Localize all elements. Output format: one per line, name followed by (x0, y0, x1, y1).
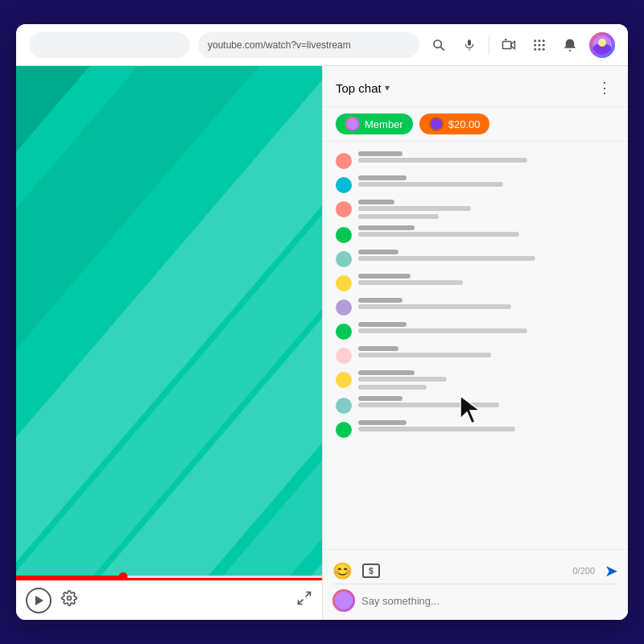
address-bar[interactable]: youtube.com/watch?v=livestream (198, 32, 419, 58)
message-name-bar (358, 298, 402, 303)
message-text-bar (358, 256, 535, 261)
chat-title-area: Top chat ▾ (336, 81, 390, 95)
create-icon[interactable] (497, 34, 520, 56)
message-avatar (336, 275, 352, 291)
bell-icon[interactable] (559, 34, 581, 56)
chat-title: Top chat (336, 81, 382, 95)
char-count: 0/200 (572, 566, 595, 576)
send-button[interactable]: ➤ (605, 561, 618, 580)
search-icon[interactable] (427, 34, 450, 56)
message-content (358, 250, 615, 261)
video-player[interactable] (16, 66, 322, 576)
chat-messages[interactable] (323, 142, 628, 549)
message-name-bar (358, 274, 411, 279)
address-bar-container (29, 32, 190, 58)
browser-toolbar: youtube.com/watch?v=livestream (16, 24, 628, 66)
superchat-label: $20.00 (448, 118, 481, 130)
svg-point-16 (569, 49, 571, 51)
member-label: Member (365, 118, 403, 130)
message-text-bar (358, 304, 511, 309)
message-name-bar (358, 420, 407, 425)
message-content (358, 175, 615, 187)
address-text: youtube.com/watch?v=livestream (208, 39, 351, 51)
message-avatar (336, 153, 352, 169)
message-text-bar (358, 182, 503, 187)
apps-icon[interactable] (528, 34, 551, 56)
chat-toolbar: 😊 $ 0/200 ➤ (332, 556, 618, 580)
svg-rect-4 (503, 41, 512, 48)
svg-point-10 (534, 43, 536, 46)
message-avatar (336, 422, 352, 438)
content-area: Top chat ▾ ⋮ Member (16, 66, 628, 620)
play-icon (35, 596, 43, 605)
svg-rect-2 (468, 39, 471, 45)
video-background (16, 66, 322, 576)
message-content (358, 322, 615, 333)
svg-line-1 (440, 47, 444, 50)
chat-message (323, 393, 628, 417)
svg-point-28 (68, 597, 72, 601)
svg-point-9 (543, 39, 545, 42)
message-avatar (336, 348, 352, 364)
message-text-bar (358, 280, 463, 285)
browser-window: youtube.com/watch?v=livestream (16, 24, 628, 620)
message-text-bar (358, 402, 499, 407)
input-avatar (332, 589, 355, 612)
message-avatar (336, 251, 352, 267)
message-content (358, 420, 615, 431)
chat-input-row (332, 588, 618, 613)
message-name-bar (358, 151, 402, 156)
video-controls (16, 578, 322, 620)
message-name-bar (358, 225, 415, 230)
separator (489, 35, 489, 55)
message-content (358, 370, 615, 390)
chat-message (323, 367, 628, 393)
message-avatar (336, 299, 352, 316)
svg-point-13 (534, 47, 536, 50)
chat-input[interactable] (361, 588, 618, 613)
message-content (358, 225, 615, 237)
user-avatar[interactable] (589, 32, 615, 58)
superchat-button[interactable]: $ (362, 564, 380, 578)
chat-message (323, 172, 628, 196)
message-content (358, 274, 615, 285)
microphone-icon[interactable] (458, 34, 481, 56)
svg-line-30 (299, 600, 303, 605)
message-avatar (336, 372, 352, 388)
svg-point-0 (434, 40, 441, 47)
fullscreen-button[interactable] (296, 590, 312, 610)
video-section (16, 66, 322, 620)
emoji-button[interactable]: 😊 (332, 561, 353, 580)
settings-button[interactable] (61, 590, 77, 610)
message-text-bar (358, 328, 527, 333)
message-avatar (336, 201, 352, 217)
chat-message (323, 343, 628, 367)
message-name-bar (358, 370, 415, 375)
chat-section: Top chat ▾ ⋮ Member (322, 66, 628, 620)
chat-message (323, 417, 628, 441)
message-name-bar (358, 175, 407, 180)
input-divider (332, 584, 618, 584)
chat-input-area: 😊 $ 0/200 ➤ (323, 549, 628, 620)
chat-filters: Member $20.00 (323, 107, 628, 142)
chat-message (323, 295, 628, 319)
message-text-bar (358, 353, 491, 357)
play-button[interactable] (26, 588, 52, 613)
message-avatar (336, 227, 352, 243)
filter-superchat-badge[interactable]: $20.00 (419, 114, 490, 134)
message-name-bar (358, 346, 398, 351)
message-avatar (336, 177, 352, 193)
message-text-bar (358, 377, 447, 382)
superchat-avatar (429, 117, 444, 131)
message-content (358, 151, 615, 163)
svg-line-29 (306, 592, 311, 597)
chat-header: Top chat ▾ ⋮ (323, 66, 628, 107)
svg-point-14 (539, 47, 541, 50)
filter-member-badge[interactable]: Member (336, 114, 413, 134)
chat-more-button[interactable]: ⋮ (594, 76, 615, 100)
chat-dropdown-icon[interactable]: ▾ (385, 82, 390, 93)
chat-message (323, 246, 628, 270)
svg-point-8 (539, 39, 541, 42)
message-content (358, 200, 615, 219)
chat-message (323, 270, 628, 295)
